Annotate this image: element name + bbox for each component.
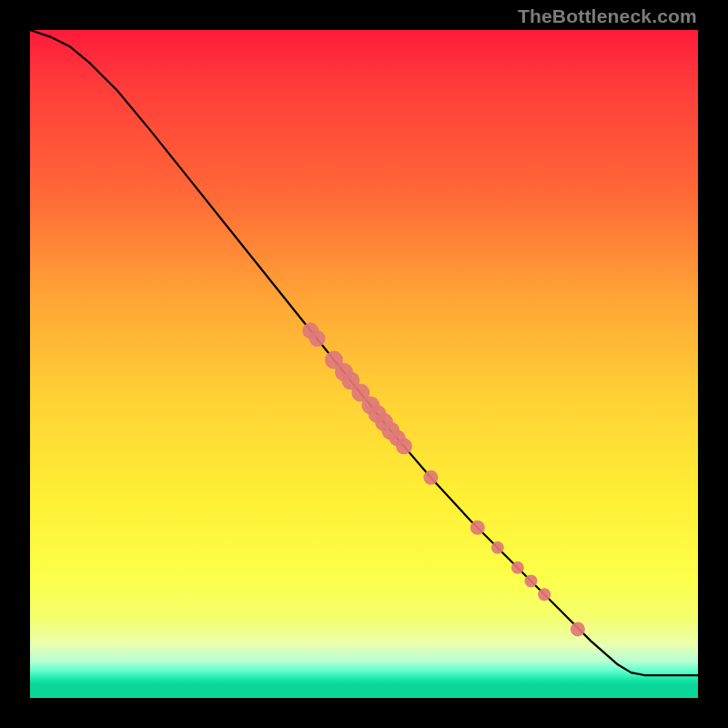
data-marker <box>511 561 524 574</box>
markers-group <box>302 322 585 636</box>
data-marker <box>571 622 585 636</box>
plot-area <box>30 30 698 698</box>
data-marker <box>491 541 504 554</box>
chart-svg <box>30 30 698 698</box>
data-marker <box>525 575 538 588</box>
chart-stage: TheBottleneck.com <box>0 0 728 728</box>
data-marker <box>470 521 485 535</box>
data-marker <box>396 438 412 454</box>
data-marker <box>423 470 438 485</box>
data-marker <box>309 330 326 347</box>
watermark-text: TheBottleneck.com <box>518 5 697 27</box>
data-marker <box>538 588 551 601</box>
curve-line <box>30 30 698 675</box>
